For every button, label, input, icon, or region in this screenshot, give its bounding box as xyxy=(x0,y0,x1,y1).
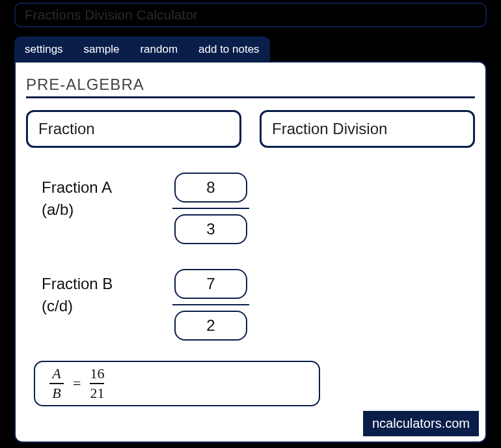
fraction-a-numerator-input[interactable] xyxy=(174,173,247,203)
tab-add-to-notes[interactable]: add to notes xyxy=(188,36,270,63)
result-rhs-top: 16 xyxy=(90,367,104,381)
fraction-a-name: Fraction A xyxy=(42,178,112,196)
result-rhs-bar xyxy=(90,383,104,384)
fraction-a-row: Fraction A (a/b) xyxy=(42,173,459,244)
tab-random[interactable]: random xyxy=(129,36,188,63)
result-lhs-bar xyxy=(49,383,64,384)
category-header: PRE-ALGEBRA xyxy=(26,76,475,98)
fraction-b-sub: (c/d) xyxy=(42,297,73,315)
fraction-a-label: Fraction A (a/b) xyxy=(42,173,172,220)
fraction-b-denominator-input[interactable] xyxy=(174,311,247,341)
category-label: PRE-ALGEBRA xyxy=(26,76,144,93)
page-title: Fractions Division Calculator xyxy=(25,7,198,23)
result-eq: = xyxy=(73,375,81,392)
result-rhs-bot: 21 xyxy=(90,386,104,400)
result-lhs-fraction: A B xyxy=(49,367,64,400)
result-lhs-bot: B xyxy=(52,386,61,400)
result-box: A B = 16 21 xyxy=(34,361,320,406)
fraction-b-name: Fraction B xyxy=(42,275,113,292)
page-title-box: Fractions Division Calculator xyxy=(14,3,487,27)
inputs-area: Fraction A (a/b) Fraction B (c/d) xyxy=(42,173,459,341)
select-type-label: Fraction xyxy=(38,120,95,137)
fraction-a-inputs xyxy=(172,173,250,244)
fraction-b-numerator-input[interactable] xyxy=(174,269,247,299)
fraction-b-label: Fraction B (c/d) xyxy=(42,269,172,316)
select-operation-label: Fraction Division xyxy=(272,120,387,137)
fraction-b-row: Fraction B (c/d) xyxy=(42,269,459,341)
brand-badge: ncalculators.com xyxy=(363,411,479,436)
result-lhs-top: A xyxy=(52,367,61,381)
fraction-a-bar xyxy=(172,208,249,209)
tab-settings[interactable]: settings xyxy=(14,36,74,63)
tabs-bar: settings sample random add to notes xyxy=(14,36,270,63)
result-rhs-fraction: 16 21 xyxy=(90,367,104,400)
tab-sample[interactable]: sample xyxy=(74,36,130,63)
fraction-b-inputs xyxy=(172,269,250,341)
fraction-a-sub: (a/b) xyxy=(42,201,74,218)
select-type[interactable]: Fraction xyxy=(26,110,241,148)
select-operation[interactable]: Fraction Division xyxy=(260,110,475,148)
select-row: Fraction Fraction Division xyxy=(26,110,475,148)
calculator-panel: PRE-ALGEBRA Fraction Fraction Division F… xyxy=(14,61,487,443)
fraction-a-denominator-input[interactable] xyxy=(174,214,247,244)
fraction-b-bar xyxy=(172,304,249,305)
